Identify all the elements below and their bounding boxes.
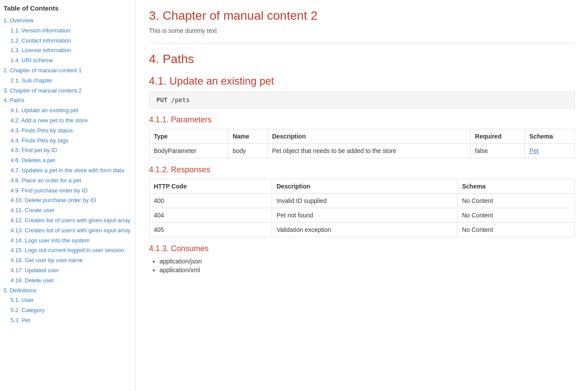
divider <box>149 43 575 43</box>
toc-link-4-1[interactable]: 4.1. Update an existing pet <box>11 107 78 114</box>
response-row-404: 404 Pet not found No Content <box>149 208 575 223</box>
toc-item-4-4: 4.4. Finds Pets by tags <box>11 136 132 146</box>
toc-link-4-8[interactable]: 4.8. Place an order for a pet <box>11 177 81 184</box>
toc-link-ch1[interactable]: 2. Chapter of manual content 1 <box>4 67 82 74</box>
chapter3-body: This is some dummy text <box>149 27 575 34</box>
toc-link-definitions[interactable]: 5. Definitions <box>4 287 36 294</box>
toc-link-1-2[interactable]: 1.2. Contact information <box>11 37 71 44</box>
toc-link-4-18[interactable]: 4.18. Delete user <box>11 277 54 284</box>
resp-schema-404: No Content <box>457 208 575 223</box>
toc-link-5-3[interactable]: 5.3. Pet <box>11 317 30 323</box>
toc-item-4-1: 4.1. Update an existing pet <box>11 106 132 115</box>
toc-link-4-2[interactable]: 4.2. Add a new pet to the store <box>11 117 88 124</box>
toc-item-4-5: 4.5. Find pet by ID <box>11 146 132 155</box>
params-table: Type Name Description Required Schema Bo… <box>149 129 575 158</box>
toc-link-1-1[interactable]: 1.1. Version information <box>11 27 71 34</box>
toc-item-4-2: 4.2. Add a new pet to the store <box>11 116 132 125</box>
toc-link-4-3[interactable]: 4.3. Finds Pets by status <box>11 127 73 134</box>
param-schema-link[interactable]: Pet <box>529 147 538 154</box>
toc-link-4-11[interactable]: 4.11. Create user <box>11 207 54 213</box>
toc-item-4-17: 4.17. Updated user <box>11 266 132 275</box>
toc-title: Table of Contents <box>4 4 132 12</box>
toc-item-1-2: 1.2. Contact information <box>11 36 132 46</box>
toc-link-4-16[interactable]: 4.16. Get user by user name <box>11 257 83 263</box>
main-content: 3. Chapter of manual content 2 This is s… <box>136 0 588 391</box>
toc-item-4-3: 4.3. Finds Pets by status <box>11 126 132 135</box>
toc-link-4-14[interactable]: 4.14. Logs user into the system <box>11 237 90 244</box>
toc-link-5-1[interactable]: 5.1. User <box>11 297 34 303</box>
toc-item-4-18: 4.18. Delete user <box>11 276 132 285</box>
resp-col-code: HTTP Code <box>149 179 272 194</box>
toc-item-1-1: 1.1. Version information <box>11 26 132 36</box>
toc-item-4-8: 4.8. Place an order for a pet <box>11 176 132 185</box>
toc-link-4-4[interactable]: 4.4. Finds Pets by tags <box>11 137 68 144</box>
responses-table: HTTP Code Description Schema 400 Invalid… <box>149 179 575 237</box>
toc-link-1-3[interactable]: 1.3. License information <box>11 47 71 53</box>
toc-item-1-4: 1.4. URI scheme <box>11 56 132 65</box>
params-col-schema: Schema <box>525 129 575 144</box>
sidebar: Table of Contents 1. Overview 1.1. Versi… <box>0 0 136 391</box>
toc-link-4-6[interactable]: 4.6. Deletes a pet <box>11 157 55 164</box>
params-col-desc: Description <box>267 129 470 144</box>
toc-item-4-11: 4.11. Create user <box>11 206 132 215</box>
toc-item-definitions: 5. Definitions 5.1. User 5.2. Category 5… <box>4 286 132 325</box>
resp-col-schema: Schema <box>457 179 575 194</box>
toc-link-4-15[interactable]: 4.15. Logs out current logged in user se… <box>11 247 124 253</box>
param-required: false <box>471 144 525 158</box>
section-412-title: 4.1.2. Responses <box>149 165 575 174</box>
params-col-required: Required <box>471 129 525 144</box>
toc-list: 1. Overview 1.1. Version information 1.2… <box>4 16 132 325</box>
resp-schema-405: No Content <box>457 223 575 237</box>
http-method: PUT <box>156 96 167 103</box>
toc-item-ch2: 3. Chapter of manual content 2 <box>4 86 132 96</box>
toc-item-4-14: 4.14. Logs user into the system <box>11 236 132 245</box>
toc-link-4-13[interactable]: 4.13. Creates list of users with given i… <box>11 227 131 234</box>
section-413-title: 4.1.3. Consumes <box>149 244 575 253</box>
resp-desc-404: Pet not found <box>272 208 457 223</box>
toc-link-overview[interactable]: 1. Overview <box>4 17 34 24</box>
toc-item-overview: 1. Overview 1.1. Version information 1.2… <box>4 16 132 65</box>
toc-item-4-13: 4.13. Creates list of users with given i… <box>11 226 132 235</box>
toc-link-ch2[interactable]: 3. Chapter of manual content 2 <box>4 87 82 94</box>
params-col-name: Name <box>228 129 267 144</box>
resp-code-400: 400 <box>149 194 272 208</box>
toc-item-4-7: 4.7. Updates a pet in the store with for… <box>11 166 132 175</box>
params-row-1: BodyParameter body Pet object that needs… <box>149 144 575 158</box>
toc-link-4-17[interactable]: 4.17. Updated user <box>11 267 59 274</box>
consumes-list: application/json application/xml <box>149 258 575 274</box>
toc-link-4-12[interactable]: 4.12. Creates list of users with given i… <box>11 217 131 224</box>
resp-desc-405: Validation exception <box>272 223 457 237</box>
resp-code-404: 404 <box>149 208 272 223</box>
toc-item-1-3: 1.3. License information <box>11 46 132 55</box>
toc-item-4-16: 4.16. Get user by user name <box>11 256 132 265</box>
toc-link-4-5[interactable]: 4.5. Find pet by ID <box>11 147 57 153</box>
toc-link-1-4[interactable]: 1.4. URI scheme <box>11 57 53 64</box>
toc-item-4-15: 4.15. Logs out current logged in user se… <box>11 246 132 255</box>
consumes-item-1: application/json <box>159 258 575 265</box>
resp-code-405: 405 <box>149 223 272 237</box>
toc-sublist-paths: 4.1. Update an existing pet 4.2. Add a n… <box>4 106 132 285</box>
toc-link-2-1[interactable]: 2.1. Sub chapter <box>11 77 52 84</box>
chapter3-title: 3. Chapter of manual content 2 <box>149 9 575 23</box>
toc-item-ch1: 2. Chapter of manual content 1 2.1. Sub … <box>4 66 132 85</box>
toc-link-4-10[interactable]: 4.10. Delete purchase order by ID <box>11 197 96 203</box>
toc-link-5-2[interactable]: 5.2. Category <box>11 307 45 313</box>
code-block-put-pets: PUT /pets <box>149 92 575 108</box>
param-name: body <box>228 144 267 158</box>
param-schema: Pet <box>525 144 575 158</box>
section-411-title: 4.1.1. Parameters <box>149 115 575 124</box>
toc-item-5-2: 5.2. Category <box>11 306 132 315</box>
toc-link-paths[interactable]: 4. Paths <box>4 97 25 103</box>
toc-item-paths: 4. Paths 4.1. Update an existing pet 4.2… <box>4 96 132 285</box>
section-41-title: 4.1. Update an existing pet <box>149 75 575 87</box>
resp-desc-400: Invalid ID supplied <box>272 194 457 208</box>
resp-schema-400: No Content <box>457 194 575 208</box>
toc-item-4-9: 4.9. Find purchase order by ID <box>11 186 132 196</box>
toc-link-4-7[interactable]: 4.7. Updates a pet in the store with for… <box>11 167 124 174</box>
params-col-type: Type <box>149 129 228 144</box>
endpoint-path: /pets <box>171 96 190 103</box>
toc-item-5-1: 5.1. User <box>11 296 132 305</box>
param-type: BodyParameter <box>149 144 228 158</box>
toc-link-4-9[interactable]: 4.9. Find purchase order by ID <box>11 187 88 194</box>
response-row-405: 405 Validation exception No Content <box>149 223 575 237</box>
